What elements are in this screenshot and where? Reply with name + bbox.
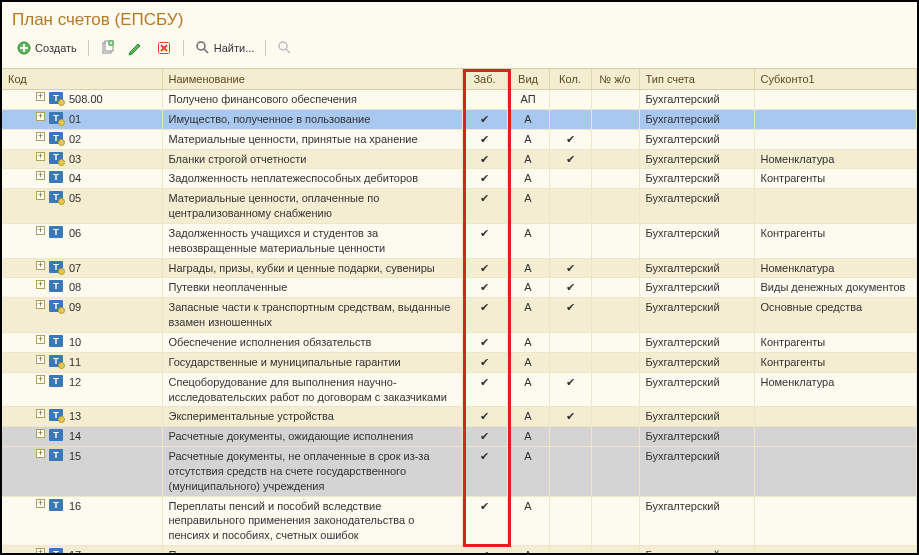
check-icon: ✔ <box>480 500 489 512</box>
col-sub[interactable]: Субконто1 <box>754 69 917 90</box>
check-icon: ✔ <box>480 281 489 293</box>
type-cell: Бухгалтерский <box>639 90 754 110</box>
search-icon <box>195 40 211 56</box>
col-code[interactable]: Код <box>2 69 162 90</box>
table-row[interactable]: +T12Спецоборудование для выполнения науч… <box>2 372 917 407</box>
table-row[interactable]: +T06Задолженность учащихся и студентов з… <box>2 223 917 258</box>
expand-button[interactable]: + <box>36 280 45 289</box>
check-icon: ✔ <box>566 376 575 388</box>
vid-cell: А <box>507 278 549 298</box>
clear-find-button[interactable] <box>273 38 297 58</box>
table-row[interactable]: +T05Материальные ценности, оплаченные по… <box>2 189 917 224</box>
expand-button[interactable]: + <box>36 152 45 161</box>
find-label: Найти... <box>214 42 255 54</box>
type-cell: Бухгалтерский <box>639 546 754 555</box>
edit-button[interactable] <box>124 38 148 58</box>
type-cell: Бухгалтерский <box>639 278 754 298</box>
expand-button[interactable]: + <box>36 171 45 180</box>
copy-button[interactable] <box>96 38 120 58</box>
table-body: +T508.00Получено финансового обеспечения… <box>2 90 917 556</box>
create-label: Создать <box>35 42 77 54</box>
account-icon: T <box>49 171 63 183</box>
col-kol[interactable]: Кол. <box>549 69 591 90</box>
table-row[interactable]: +T08Путевки неоплаченные✔А✔Бухгалтерский… <box>2 278 917 298</box>
sub-cell <box>754 496 917 546</box>
create-button[interactable]: Создать <box>12 38 81 58</box>
account-icon: T <box>49 375 63 387</box>
table-row[interactable]: +T508.00Получено финансового обеспечения… <box>2 90 917 110</box>
expand-button[interactable]: + <box>36 375 45 384</box>
vid-cell: А <box>507 407 549 427</box>
table-row[interactable]: +T02Материальные ценности, принятые на х… <box>2 129 917 149</box>
col-name[interactable]: Наименование <box>162 69 462 90</box>
account-icon: T <box>49 429 63 441</box>
expand-button[interactable]: + <box>36 429 45 438</box>
type-cell: Бухгалтерский <box>639 427 754 447</box>
type-cell: Бухгалтерский <box>639 129 754 149</box>
sub-cell: Основные средства <box>754 298 917 333</box>
sub-cell <box>754 447 917 497</box>
check-icon: ✔ <box>480 356 489 368</box>
expand-button[interactable]: + <box>36 112 45 121</box>
svg-point-5 <box>197 42 205 50</box>
table-row[interactable]: +T17Поступления денежных средств на счет… <box>2 546 917 555</box>
table-row[interactable]: +T16Переплаты пенсий и пособий вследстви… <box>2 496 917 546</box>
expand-button[interactable]: + <box>36 261 45 270</box>
table-row[interactable]: +T11Государственные и муниципальные гара… <box>2 352 917 372</box>
sub-cell <box>754 546 917 555</box>
expand-button[interactable]: + <box>36 355 45 364</box>
expand-button[interactable]: + <box>36 409 45 418</box>
check-icon: ✔ <box>566 133 575 145</box>
check-icon: ✔ <box>480 113 489 125</box>
table-row[interactable]: +T13Экспериментальные устройства✔А✔Бухга… <box>2 407 917 427</box>
accounts-table: Код Наименование Заб. Вид Кол. № ж/о Тип… <box>2 69 917 555</box>
expand-button[interactable]: + <box>36 300 45 309</box>
delete-button[interactable] <box>152 38 176 58</box>
expand-button[interactable]: + <box>36 132 45 141</box>
vid-cell: А <box>507 223 549 258</box>
vid-cell: А <box>507 427 549 447</box>
check-icon: ✔ <box>480 450 489 462</box>
name-cell: Бланки строгой отчетности <box>162 149 462 169</box>
col-njo[interactable]: № ж/о <box>591 69 639 90</box>
check-icon: ✔ <box>566 301 575 313</box>
expand-button[interactable]: + <box>36 449 45 458</box>
code-text: 508.00 <box>69 92 103 107</box>
code-text: 16 <box>69 499 81 514</box>
header: План счетов (ЕПСБУ) Создать Найти... <box>2 2 917 68</box>
expand-button[interactable]: + <box>36 92 45 101</box>
table-row[interactable]: +T01Имущество, полученное в пользование✔… <box>2 109 917 129</box>
name-cell: Награды, призы, кубки и ценные подарки, … <box>162 258 462 278</box>
pencil-icon <box>128 40 144 56</box>
account-icon: T <box>49 449 63 461</box>
table-row[interactable]: +T07Награды, призы, кубки и ценные подар… <box>2 258 917 278</box>
expand-button[interactable]: + <box>36 548 45 555</box>
expand-button[interactable]: + <box>36 335 45 344</box>
table-row[interactable]: +T14Расчетные документы, ожидающие испол… <box>2 427 917 447</box>
sub-cell <box>754 407 917 427</box>
expand-button[interactable]: + <box>36 499 45 508</box>
check-icon: ✔ <box>480 192 489 204</box>
code-text: 02 <box>69 132 81 147</box>
accounts-table-wrap: Код Наименование Заб. Вид Кол. № ж/о Тип… <box>2 68 917 555</box>
copy-icon <box>100 40 116 56</box>
separator <box>265 40 266 56</box>
col-type[interactable]: Тип счета <box>639 69 754 90</box>
find-button[interactable]: Найти... <box>191 38 259 58</box>
table-row[interactable]: +T10Обеспечение исполнения обязательств✔… <box>2 332 917 352</box>
vid-cell: АП <box>507 90 549 110</box>
table-row[interactable]: +T15Расчетные документы, не оплаченные в… <box>2 447 917 497</box>
table-row[interactable]: +T04Задолженность неплатежеспособных деб… <box>2 169 917 189</box>
col-zab[interactable]: Заб. <box>462 69 507 90</box>
code-text: 04 <box>69 171 81 186</box>
expand-button[interactable]: + <box>36 191 45 200</box>
sub-cell: Контрагенты <box>754 332 917 352</box>
vid-cell: А <box>507 109 549 129</box>
expand-button[interactable]: + <box>36 226 45 235</box>
table-row[interactable]: +T03Бланки строгой отчетности✔А✔Бухгалте… <box>2 149 917 169</box>
vid-cell: А <box>507 546 549 555</box>
account-icon: T <box>49 92 63 104</box>
table-row[interactable]: +T09Запасные части к транспортным средст… <box>2 298 917 333</box>
account-icon: T <box>49 300 63 312</box>
col-vid[interactable]: Вид <box>507 69 549 90</box>
